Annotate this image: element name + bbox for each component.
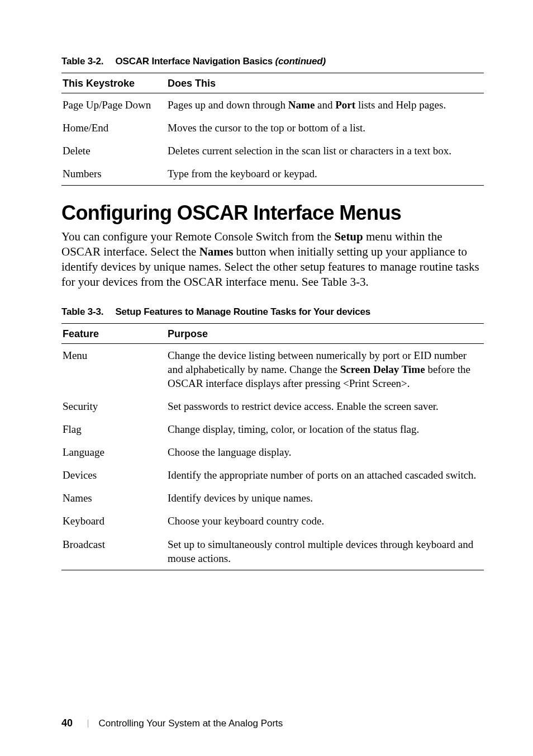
table-head-row: Feature Purpose bbox=[61, 323, 484, 343]
table-row: Home/End Moves the cursor to the top or … bbox=[61, 116, 484, 139]
cell-purpose: Choose your keyboard country code. bbox=[166, 509, 484, 532]
table-row: Language Choose the language display. bbox=[61, 441, 484, 464]
cell-purpose: Identify the appropriate number of ports… bbox=[166, 464, 484, 486]
table-row: Delete Deletes current selection in the … bbox=[61, 139, 484, 162]
cell-feature: Names bbox=[61, 486, 166, 509]
cell-feature: Flag bbox=[61, 418, 166, 441]
page-footer: 40 Controlling Your System at the Analog… bbox=[61, 717, 283, 729]
table-3-3-caption: Table 3-3. Setup Features to Manage Rout… bbox=[61, 306, 484, 318]
cell-does-this: Deletes current selection in the scan li… bbox=[166, 139, 484, 162]
th-feature: Feature bbox=[61, 323, 166, 343]
cell-purpose: Set up to simultaneously control multipl… bbox=[166, 533, 484, 570]
footer-separator-icon bbox=[88, 720, 88, 727]
table-row: Broadcast Set up to simultaneously contr… bbox=[61, 533, 484, 570]
cell-purpose: Change display, timing, color, or locati… bbox=[166, 418, 484, 441]
page-number: 40 bbox=[61, 717, 73, 729]
page: Table 3-2. OSCAR Interface Navigation Ba… bbox=[0, 0, 533, 756]
bold-port: Port bbox=[335, 99, 355, 111]
text: Pages up and down through bbox=[168, 99, 288, 111]
text: and bbox=[315, 99, 335, 111]
cell-keystroke: Numbers bbox=[61, 162, 166, 186]
cell-does-this: Moves the cursor to the top or bottom of… bbox=[166, 116, 484, 139]
caption-text: Table 3-2. OSCAR Interface Navigation Ba… bbox=[61, 56, 275, 67]
table-row: Security Set passwords to restrict devic… bbox=[61, 395, 484, 418]
cell-keystroke: Delete bbox=[61, 139, 166, 162]
table-3-3: Feature Purpose Menu Change the device l… bbox=[61, 323, 484, 570]
table-row: Page Up/Page Down Pages up and down thro… bbox=[61, 93, 484, 117]
section-heading: Configuring OSCAR Interface Menus bbox=[61, 201, 484, 225]
cell-keystroke: Home/End bbox=[61, 116, 166, 139]
table-3-2: This Keystroke Does This Page Up/Page Do… bbox=[61, 73, 484, 186]
cell-feature: Keyboard bbox=[61, 509, 166, 532]
bold-names: Names bbox=[199, 245, 234, 258]
cell-does-this: Pages up and down through Name and Port … bbox=[166, 93, 484, 117]
table-row: Flag Change display, timing, color, or l… bbox=[61, 418, 484, 441]
cell-feature: Broadcast bbox=[61, 533, 166, 570]
table-row: Menu Change the device listing between n… bbox=[61, 343, 484, 395]
cell-purpose: Change the device listing between numeri… bbox=[166, 343, 484, 395]
th-does-this: Does This bbox=[166, 73, 484, 93]
cell-feature: Security bbox=[61, 395, 166, 418]
cell-feature: Devices bbox=[61, 464, 166, 486]
text: lists and Help pages. bbox=[355, 99, 446, 111]
text: You can configure your Remote Console Sw… bbox=[61, 230, 334, 243]
table-row: Keyboard Choose your keyboard country co… bbox=[61, 509, 484, 532]
cell-feature: Menu bbox=[61, 343, 166, 395]
th-purpose: Purpose bbox=[166, 323, 484, 343]
caption-continued: (continued) bbox=[275, 56, 326, 67]
body-paragraph: You can configure your Remote Console Sw… bbox=[61, 229, 484, 290]
table-3-2-caption: Table 3-2. OSCAR Interface Navigation Ba… bbox=[61, 56, 484, 67]
cell-feature: Language bbox=[61, 441, 166, 464]
footer-title: Controlling Your System at the Analog Po… bbox=[99, 718, 283, 729]
table-row: Numbers Type from the keyboard or keypad… bbox=[61, 162, 484, 186]
cell-purpose: Set passwords to restrict device access.… bbox=[166, 395, 484, 418]
bold-name: Name bbox=[288, 99, 315, 111]
table-row: Names Identify devices by unique names. bbox=[61, 486, 484, 509]
bold-setup: Setup bbox=[334, 230, 363, 243]
table-row: Devices Identify the appropriate number … bbox=[61, 464, 484, 486]
table-head-row: This Keystroke Does This bbox=[61, 73, 484, 93]
bold-screen-delay-time: Screen Delay Time bbox=[340, 363, 425, 375]
cell-does-this: Type from the keyboard or keypad. bbox=[166, 162, 484, 186]
cell-purpose: Choose the language display. bbox=[166, 441, 484, 464]
cell-keystroke: Page Up/Page Down bbox=[61, 93, 166, 117]
th-keystroke: This Keystroke bbox=[61, 73, 166, 93]
cell-purpose: Identify devices by unique names. bbox=[166, 486, 484, 509]
